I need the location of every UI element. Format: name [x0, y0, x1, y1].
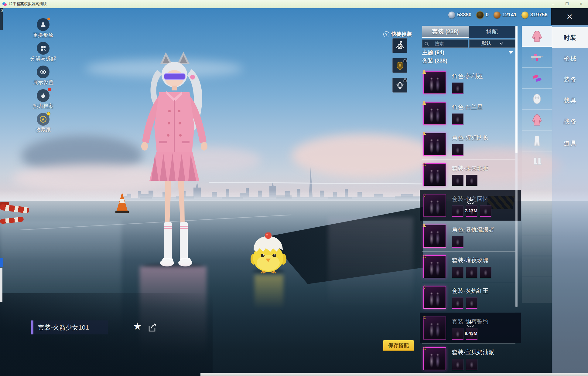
outfit-list-item[interactable]: 角色-复仇流浪者	[422, 221, 515, 251]
subitem-thumb[interactable]	[466, 359, 477, 370]
slot-empty[interactable]	[522, 214, 552, 235]
slot-empty[interactable]	[522, 193, 552, 214]
outfit-list-item-download[interactable]: ☺ 套装-心之回忆 7.17M	[422, 190, 515, 221]
slot-weapon[interactable]	[522, 47, 552, 68]
list-scrollbar[interactable]	[515, 26, 518, 307]
tab-suits[interactable]: 套装 (238)	[422, 26, 469, 38]
current-outfit-name: 套装-火箭少女101	[38, 323, 89, 332]
minimize-button[interactable]: –	[546, 0, 560, 8]
slot-empty[interactable]	[522, 256, 552, 277]
menu-item-collector[interactable]: 收藏家	[25, 113, 61, 133]
category-column: 时装 枪械 装备 载具 战备 道具	[552, 25, 588, 376]
subitem-thumb[interactable]	[466, 297, 477, 309]
outfit-name: 角色-白兰星	[452, 103, 483, 111]
outfit-list-item[interactable]: 角色-猩猩队长	[422, 129, 515, 159]
subitem-thumb[interactable]	[452, 297, 463, 309]
subitem-thumbs	[452, 83, 463, 94]
slot-pants[interactable]	[522, 130, 552, 151]
category-vehicles[interactable]: 载具	[552, 90, 588, 111]
category-battle[interactable]: 战备	[552, 111, 588, 132]
smiley-badge-icon: ☺	[422, 346, 427, 351]
menu-label: 更换形象	[33, 32, 53, 39]
slot-dress[interactable]	[522, 110, 552, 130]
subitem-thumb[interactable]	[452, 328, 463, 340]
group-theme-row[interactable]: 主题 (64)	[422, 49, 515, 56]
menu-label: 收藏家	[36, 126, 51, 133]
sort-value: 默认	[482, 40, 491, 47]
outfit-list-item[interactable]: ☺ 套装-未来歌姬	[422, 159, 515, 190]
currency-value: 0	[486, 12, 488, 18]
subitem-thumb[interactable]	[452, 175, 463, 186]
close-button[interactable]: ×	[574, 0, 588, 8]
outfit-thumbnail[interactable]: ☺	[423, 194, 446, 217]
slot-empty[interactable]	[522, 172, 552, 193]
subitem-thumb[interactable]	[466, 267, 477, 278]
search-input[interactable]	[422, 40, 468, 47]
search-input-box[interactable]	[422, 39, 468, 48]
svg-text:2: 2	[399, 45, 401, 48]
subitem-thumb[interactable]	[480, 267, 491, 278]
subitem-thumb[interactable]	[452, 359, 463, 370]
outfit-thumbnail[interactable]	[423, 225, 446, 248]
pet-chicken[interactable]	[248, 232, 290, 273]
menu-item-heat-archive[interactable]: 热力档案	[25, 89, 61, 110]
subitem-thumb[interactable]	[452, 83, 463, 94]
character-model[interactable]	[121, 50, 236, 269]
quick-change-slot-1[interactable]: 2	[392, 38, 407, 53]
panel-close-icon[interactable]: ×	[567, 11, 573, 22]
panel-header: ×	[551, 8, 588, 25]
share-icon[interactable]	[148, 322, 158, 333]
menu-item-dismantle[interactable]: 分解与拆解	[25, 42, 61, 62]
quick-change-slot-3[interactable]	[392, 78, 407, 93]
outfit-list-item[interactable]: 角色-白兰星	[422, 98, 515, 129]
outfit-list-item-download[interactable]: ☺ 套装-甜蜜誓约 8.43M	[422, 313, 515, 343]
subitem-thumbs	[452, 359, 477, 370]
outfit-list-item[interactable]: 角色-萨利娅	[422, 67, 515, 98]
outfit-list-item[interactable]: ☺ 套装-暗夜玫瑰	[422, 251, 515, 282]
menu-label: 展示设置	[33, 79, 53, 86]
outfit-list-item[interactable]: ☺ 套装-炙焰红王	[422, 282, 515, 313]
outfit-thumbnail[interactable]: ☺	[423, 255, 446, 278]
favorite-star-icon[interactable]: ★	[133, 320, 142, 332]
save-outfit-button[interactable]: 保存搭配	[383, 340, 414, 351]
equipment-slots	[522, 26, 552, 303]
help-icon[interactable]: ?	[383, 31, 389, 37]
sort-dropdown[interactable]: 默认	[469, 39, 515, 48]
subitem-thumb[interactable]	[452, 236, 463, 248]
tab-match[interactable]: 搭配	[469, 26, 515, 38]
outfit-thumbnail[interactable]: ☺	[423, 347, 446, 370]
outfit-list-item[interactable]: ☺ 套装-宝贝奶油派	[422, 343, 515, 374]
download-size: 7.17M	[465, 208, 477, 213]
group-suits-row[interactable]: 套装 (238)	[422, 57, 515, 65]
outfit-thumbnail[interactable]: ☺	[423, 163, 446, 186]
subitem-thumb[interactable]	[452, 144, 463, 156]
outfit-thumbnail[interactable]	[423, 133, 446, 156]
slot-mask[interactable]	[522, 89, 552, 110]
search-row: 默认	[422, 39, 515, 48]
slot-coat[interactable]	[522, 26, 552, 47]
category-props[interactable]: 道具	[552, 133, 588, 154]
outfit-thumbnail[interactable]: ☺	[423, 286, 446, 309]
category-gear[interactable]: 装备	[552, 69, 588, 90]
outfit-thumbnail[interactable]	[423, 71, 446, 94]
subitem-thumb[interactable]	[452, 267, 463, 278]
smiley-badge-icon: ☺	[422, 192, 427, 198]
currency-value: 53380	[457, 12, 471, 18]
outfit-thumbnail[interactable]: ☺	[423, 317, 446, 340]
menu-item-change-avatar[interactable]: 更换形象	[25, 18, 61, 39]
subitem-thumb[interactable]	[480, 205, 491, 217]
menu-item-display-settings[interactable]: 展示设置	[25, 66, 61, 86]
subitem-thumb[interactable]	[466, 175, 477, 186]
maximize-button[interactable]: □	[560, 0, 574, 8]
outfit-thumbnail[interactable]	[423, 102, 446, 125]
subitem-thumb[interactable]	[452, 205, 463, 217]
slot-attachment[interactable]	[522, 68, 552, 89]
category-weapons[interactable]: 枪械	[552, 48, 588, 69]
slot-boots[interactable]	[522, 151, 552, 172]
category-fashion[interactable]: 时装	[552, 27, 588, 48]
slot-empty[interactable]	[522, 235, 552, 256]
mask-icon	[532, 93, 542, 105]
quick-change-slot-2[interactable]	[392, 58, 407, 73]
subitem-thumb[interactable]	[452, 113, 463, 125]
scrollbar-thumb[interactable]	[515, 26, 518, 153]
